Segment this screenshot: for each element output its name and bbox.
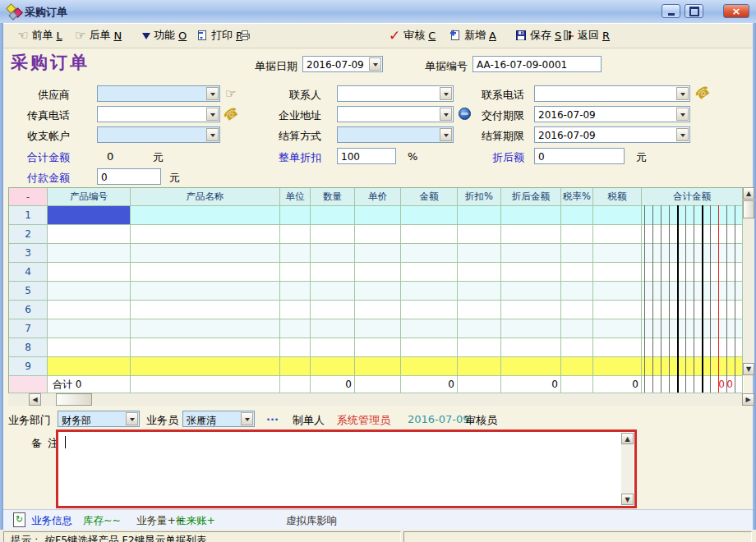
- table-cell[interactable]: [131, 244, 280, 263]
- table-cell[interactable]: [355, 206, 401, 225]
- row-number[interactable]: 4: [9, 263, 48, 282]
- table-cell[interactable]: [311, 338, 355, 357]
- doc-no-field[interactable]: AA-16-07-09-0001: [472, 56, 602, 72]
- table-cell[interactable]: [48, 338, 131, 357]
- row-number[interactable]: 9: [9, 357, 48, 376]
- column-header[interactable]: 产品编号: [48, 188, 131, 206]
- table-cell[interactable]: [593, 225, 642, 244]
- column-header[interactable]: 合计金额: [642, 188, 743, 206]
- table-cell[interactable]: [501, 301, 561, 319]
- table-cell[interactable]: [48, 244, 131, 263]
- hscroll-thumb[interactable]: [56, 393, 92, 406]
- table-cell[interactable]: [561, 319, 593, 338]
- selected-cell[interactable]: [48, 206, 131, 225]
- order-discount-field[interactable]: 100: [337, 148, 396, 164]
- table-cell[interactable]: [48, 263, 131, 282]
- toolbar-button-save[interactable]: 保存S: [513, 26, 564, 44]
- table-cell[interactable]: [561, 206, 593, 225]
- row-number[interactable]: 6: [9, 301, 48, 319]
- table-cell[interactable]: [48, 357, 131, 376]
- table-cell[interactable]: [280, 225, 311, 244]
- column-header[interactable]: 数量: [311, 188, 355, 206]
- chevron-down-icon[interactable]: [126, 412, 138, 425]
- table-cell[interactable]: [458, 357, 501, 376]
- table-cell[interactable]: [458, 225, 501, 244]
- row-number[interactable]: 7: [9, 319, 48, 338]
- toolbar-button-return[interactable]: 返回R: [560, 26, 612, 44]
- table-cell[interactable]: [642, 319, 743, 338]
- table-cell[interactable]: [48, 319, 131, 338]
- column-header[interactable]: 税额: [593, 188, 642, 206]
- payment-amount-field[interactable]: 0: [97, 168, 161, 185]
- table-cell[interactable]: [401, 338, 458, 357]
- table-cell[interactable]: [280, 301, 311, 319]
- table-cell[interactable]: [593, 319, 642, 338]
- table-cell[interactable]: [593, 263, 642, 282]
- column-header[interactable]: 单价: [355, 188, 401, 206]
- chevron-down-icon[interactable]: [676, 128, 689, 141]
- table-cell[interactable]: [280, 319, 311, 338]
- table-cell[interactable]: [501, 357, 561, 376]
- table-cell[interactable]: [131, 319, 280, 338]
- table-cell[interactable]: [501, 225, 561, 244]
- table-cell[interactable]: [401, 244, 458, 263]
- globe-icon[interactable]: [459, 108, 471, 120]
- table-cell[interactable]: [593, 338, 642, 357]
- column-header[interactable]: 税率%: [561, 188, 593, 206]
- table-cell[interactable]: [355, 319, 401, 338]
- column-header[interactable]: 金额: [401, 188, 458, 206]
- table-cell[interactable]: [131, 301, 280, 319]
- table-cell[interactable]: [311, 244, 355, 263]
- table-cell[interactable]: [642, 263, 743, 282]
- doc-date-combo[interactable]: 2016-07-09: [302, 56, 383, 72]
- table-cell[interactable]: [355, 357, 401, 376]
- table-cell[interactable]: [280, 357, 311, 376]
- phone-combo[interactable]: [534, 85, 690, 102]
- row-number[interactable]: 1: [9, 206, 48, 225]
- table-cell[interactable]: [501, 338, 561, 357]
- table-cell[interactable]: [561, 263, 593, 282]
- table-cell[interactable]: [501, 263, 561, 282]
- minimize-button[interactable]: [662, 4, 680, 18]
- scroll-right-icon[interactable]: ▶: [742, 393, 754, 406]
- address-combo[interactable]: [337, 106, 454, 122]
- chevron-down-icon[interactable]: [440, 128, 452, 141]
- table-cell[interactable]: [355, 301, 401, 319]
- table-cell[interactable]: [501, 319, 561, 338]
- table-cell[interactable]: [401, 225, 458, 244]
- table-cell[interactable]: [131, 206, 280, 225]
- column-header[interactable]: 折后金额: [501, 188, 561, 206]
- table-hscrollbar[interactable]: ◀ ▶: [8, 393, 754, 406]
- table-cell[interactable]: [401, 319, 458, 338]
- clerk-combo[interactable]: 张雁清: [182, 411, 255, 427]
- table-cell[interactable]: [280, 338, 311, 357]
- refresh-doc-icon[interactable]: ↻: [13, 512, 25, 527]
- close-button[interactable]: ×: [723, 4, 749, 18]
- table-cell[interactable]: [311, 263, 355, 282]
- table-cell[interactable]: [401, 263, 458, 282]
- table-cell[interactable]: [501, 282, 561, 301]
- contact-combo[interactable]: [337, 85, 454, 102]
- table-cell[interactable]: [642, 282, 743, 301]
- account-combo[interactable]: [97, 126, 220, 143]
- scroll-up-icon[interactable]: ▲: [743, 187, 754, 200]
- settle-date-combo[interactable]: 2016-07-09: [534, 126, 690, 143]
- chevron-down-icon[interactable]: [676, 87, 689, 100]
- vscroll-thumb[interactable]: [743, 200, 754, 218]
- dept-combo[interactable]: 财务部: [58, 411, 140, 427]
- table-cell[interactable]: [642, 357, 743, 376]
- maximize-button[interactable]: [685, 4, 703, 18]
- info-link[interactable]: 业务信息: [31, 514, 72, 528]
- discounted-amount-field[interactable]: 0: [534, 148, 625, 164]
- more-button[interactable]: ...: [266, 411, 279, 423]
- toolbar-button-hand-left[interactable]: ☜前单L: [15, 26, 65, 44]
- supplier-combo[interactable]: [97, 85, 220, 102]
- table-cell[interactable]: [593, 357, 642, 376]
- table-cell[interactable]: [48, 301, 131, 319]
- table-cell[interactable]: [401, 357, 458, 376]
- table-cell[interactable]: [458, 206, 501, 225]
- table-cell[interactable]: [642, 206, 743, 225]
- column-header[interactable]: 产品名称: [131, 188, 280, 206]
- row-number[interactable]: 8: [9, 338, 48, 357]
- fax-combo[interactable]: [97, 106, 220, 122]
